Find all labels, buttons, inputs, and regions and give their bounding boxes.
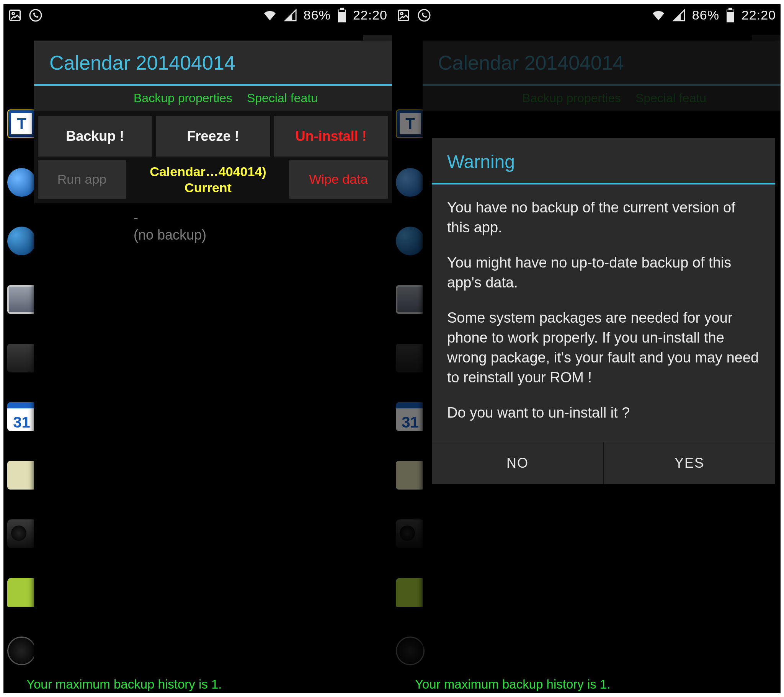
svg-rect-38 <box>727 10 734 12</box>
battery-pct: 86% <box>303 8 331 23</box>
footer-text: Your maximum backup history is 1. <box>415 677 611 692</box>
dialog-text-3: Some system packages are needed for your… <box>447 308 760 387</box>
dialog-body: You have no backup of the current versio… <box>432 185 775 442</box>
phone-handset-icon <box>417 8 431 22</box>
warning-dialog: Warning You have no backup of the curren… <box>432 138 775 484</box>
phone-handset-icon <box>29 8 43 22</box>
battery-icon <box>337 8 347 23</box>
svg-point-34 <box>401 12 403 15</box>
current-version-line2: Current <box>184 180 232 196</box>
tab-backup-properties[interactable]: Backup properties <box>133 91 232 105</box>
bg-app-icons: T 31 <box>7 109 36 693</box>
status-bar: 86% 22:20 <box>3 4 392 26</box>
clock-icon <box>7 636 36 665</box>
svg-rect-4 <box>340 8 344 10</box>
no-button[interactable]: NO <box>432 442 603 484</box>
tb-icon: T <box>7 109 36 138</box>
image-icon <box>397 8 410 22</box>
globe-icon <box>7 227 36 255</box>
uninstall-button[interactable]: Un-install ! <box>274 116 388 157</box>
freeze-button[interactable]: Freeze ! <box>156 116 270 157</box>
dialog-title: Warning <box>432 138 775 185</box>
status-bar: 86% 22:20 <box>392 4 781 26</box>
current-version-label: Calendar…404014) Current <box>130 160 285 199</box>
android-icon <box>7 578 36 607</box>
current-version-line1: Calendar…404014) <box>150 163 266 180</box>
battery-pct: 86% <box>692 8 719 23</box>
dialog-text-4: Do you want to un-install it ? <box>447 403 760 423</box>
svg-rect-37 <box>728 8 732 10</box>
panel-body[interactable] <box>34 251 392 672</box>
signal-icon <box>284 9 297 22</box>
bluetooth-icon <box>7 168 36 197</box>
calendar-31-icon: 31 <box>7 402 36 431</box>
wifi-icon <box>262 9 278 22</box>
actions-row-2: Run app Calendar…404014) Current Wipe da… <box>34 160 392 203</box>
camera-icon <box>7 519 36 548</box>
wipe-data-button[interactable]: Wipe data <box>289 160 388 199</box>
svg-point-1 <box>12 12 15 15</box>
panel-title: Calendar 201404014 <box>34 41 392 86</box>
gallery-icon <box>7 285 36 314</box>
calendar-grid-icon <box>7 461 36 489</box>
phone-right: 86% 22:20 NU T 31 <box>392 4 781 693</box>
tabs-row: Backup properties Special featu <box>34 86 392 110</box>
battery-icon <box>725 8 735 23</box>
backup-button[interactable]: Backup ! <box>38 116 152 157</box>
dialog-text-1: You have no backup of the current versio… <box>447 198 760 237</box>
footer-text: Your maximum backup history is 1. <box>26 677 222 692</box>
dialog-buttons: NO YES <box>432 442 775 484</box>
actions-row: Backup ! Freeze ! Un-install ! <box>34 110 392 160</box>
svg-point-35 <box>418 10 430 21</box>
tab-special-features[interactable]: Special featu <box>247 91 318 105</box>
dialog-text-2: You might have no up-to-date backup of t… <box>447 253 760 292</box>
app-properties-panel: Calendar 201404014 Backup properties Spe… <box>34 41 392 672</box>
wifi-icon <box>651 9 666 22</box>
phone-left: 86% 22:20 NU T 31 <box>3 4 392 693</box>
backup-info-dash: - <box>133 209 392 226</box>
svg-point-2 <box>30 10 41 21</box>
run-app-button[interactable]: Run app <box>38 160 126 199</box>
backup-info: - (no backup) <box>34 203 392 251</box>
signal-icon <box>672 9 686 22</box>
calculator-icon <box>7 344 36 372</box>
backup-info-none: (no backup) <box>133 226 392 244</box>
yes-button[interactable]: YES <box>603 442 775 484</box>
status-time: 22:20 <box>741 8 776 23</box>
image-icon <box>8 8 22 22</box>
status-time: 22:20 <box>353 8 387 23</box>
svg-rect-5 <box>339 10 345 12</box>
